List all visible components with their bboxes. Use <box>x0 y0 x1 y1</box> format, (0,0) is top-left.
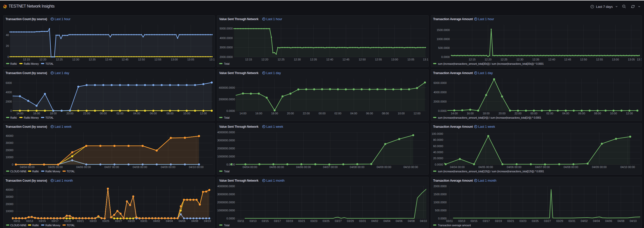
svg-text:03/31: 03/31 <box>359 219 366 222</box>
svg-text:03/13: 03/13 <box>26 219 33 222</box>
svg-text:04/04 00:00: 04/04 00:00 <box>243 166 257 169</box>
svg-text:Total: Total <box>224 116 230 119</box>
svg-text:04/08 00:00: 04/08 00:00 <box>350 166 364 169</box>
svg-text:1500.0000: 1500.0000 <box>433 193 446 196</box>
svg-text:03/11: 03/11 <box>446 219 453 222</box>
svg-text:04/10: 04/10 <box>630 219 637 222</box>
svg-text:02:00: 02:00 <box>546 112 553 115</box>
svg-text:Last 1 week: Last 1 week <box>266 125 283 128</box>
svg-text:04/06: 04/06 <box>396 219 403 222</box>
svg-text:13:00: 13:00 <box>612 58 619 61</box>
svg-text:6000: 6000 <box>6 81 12 84</box>
svg-text:14:00: 14:00 <box>451 112 458 115</box>
svg-text:12:55: 12:55 <box>375 58 382 61</box>
svg-text:Rafiki Money: Rafiki Money <box>24 62 39 65</box>
svg-text:Value Sent Through Network: Value Sent Through Network <box>219 179 259 182</box>
svg-text:Last 1 week: Last 1 week <box>478 125 495 128</box>
svg-text:10000: 10000 <box>6 156 13 159</box>
svg-text:12:00: 12:00 <box>626 112 633 115</box>
svg-text:Transaction Count (by source): Transaction Count (by source) <box>6 71 47 75</box>
svg-text:12:20: 12:20 <box>261 58 268 61</box>
svg-text:10000: 10000 <box>6 210 13 213</box>
svg-text:12:55: 12:55 <box>596 58 603 61</box>
svg-text:13:05: 13:05 <box>187 58 194 61</box>
svg-text:12:25: 12:25 <box>278 58 285 61</box>
svg-text:04/08: 04/08 <box>408 219 415 222</box>
svg-text:Transaction Average Amount: Transaction Average Amount <box>433 71 473 75</box>
svg-text:20:00: 20:00 <box>66 112 73 115</box>
svg-text:22:00: 22:00 <box>303 112 310 115</box>
svg-text:06:00: 06:00 <box>366 112 373 115</box>
svg-text:2000.0000: 2000.0000 <box>220 55 233 58</box>
svg-text:04/07 00:00: 04/07 00:00 <box>535 166 550 169</box>
svg-text:Value Sent Through Network: Value Sent Through Network <box>219 71 259 75</box>
svg-text:Total: Total <box>224 224 230 227</box>
svg-text:00:00: 00:00 <box>319 112 326 115</box>
svg-text:Rafiki Money: Rafiki Money <box>45 170 60 173</box>
svg-text:03/21: 03/21 <box>298 219 305 222</box>
svg-text:0.0000: 0.0000 <box>438 217 446 220</box>
svg-text:Last 1 day: Last 1 day <box>478 71 493 75</box>
svg-text:04/04: 04/04 <box>383 219 391 222</box>
svg-text:40.0000: 40.0000 <box>433 151 443 154</box>
svg-text:4000.0000: 4000.0000 <box>433 91 446 94</box>
svg-text:03/29: 03/29 <box>128 219 135 222</box>
svg-text:12:20: 12:20 <box>39 58 46 61</box>
svg-text:04/07 00:00: 04/07 00:00 <box>323 166 338 169</box>
svg-text:03/25: 03/25 <box>102 219 109 222</box>
svg-text:04/09 00:00: 04/09 00:00 <box>160 166 175 169</box>
svg-text:3000000.0000: 3000000.0000 <box>217 139 235 142</box>
svg-text:04/06: 04/06 <box>178 219 185 222</box>
svg-text:10:00: 10:00 <box>398 112 405 115</box>
svg-text:60.0000: 60.0000 <box>433 145 443 148</box>
svg-text:08:00: 08:00 <box>167 112 174 115</box>
svg-text:03/27: 03/27 <box>335 219 342 222</box>
svg-text:12:30: 12:30 <box>516 58 523 61</box>
svg-text:500.0000: 500.0000 <box>435 209 446 212</box>
svg-text:03/11: 03/11 <box>238 219 244 222</box>
svg-text:20000: 20000 <box>6 203 13 206</box>
svg-text:14:00: 14:00 <box>240 112 247 115</box>
svg-text:0.0000: 0.0000 <box>441 55 450 58</box>
svg-text:08:00: 08:00 <box>382 112 389 115</box>
svg-text:Transaction Average Amount: Transaction Average Amount <box>433 179 473 182</box>
svg-text:sum (increase(transactions_amo: sum (increase(transactions_amount_total[… <box>438 62 544 65</box>
svg-text:14:00: 14:00 <box>16 112 23 115</box>
svg-text:4000: 4000 <box>6 91 12 94</box>
svg-text:04/04: 04/04 <box>166 219 173 222</box>
svg-text:10:00: 10:00 <box>610 112 617 115</box>
svg-text:2000.0000: 2000.0000 <box>433 185 446 188</box>
svg-text:12:50: 12:50 <box>138 58 145 61</box>
svg-text:03/23: 03/23 <box>310 219 317 222</box>
svg-text:5000.0000: 5000.0000 <box>220 27 233 30</box>
svg-text:18:00: 18:00 <box>271 112 278 115</box>
svg-text:400000.0000: 400000.0000 <box>219 86 235 89</box>
svg-text:04:00: 04:00 <box>562 112 569 115</box>
svg-text:13:05: 13:05 <box>407 58 414 61</box>
svg-text:12:40: 12:40 <box>548 58 555 61</box>
svg-text:03/15: 03/15 <box>39 219 46 222</box>
svg-text:12:55: 12:55 <box>154 58 161 61</box>
svg-text:Rafiki: Rafiki <box>32 224 39 227</box>
svg-text:20: 20 <box>6 44 9 47</box>
svg-text:13:15: 13:15 <box>209 58 215 61</box>
svg-text:20:00: 20:00 <box>498 112 505 115</box>
svg-text:04:00: 04:00 <box>133 112 140 115</box>
svg-text:200000.0000: 200000.0000 <box>219 98 235 101</box>
svg-text:40000: 40000 <box>6 134 13 137</box>
svg-text:04/06 00:00: 04/06 00:00 <box>296 166 311 169</box>
svg-text:1000.0000: 1000.0000 <box>437 38 450 41</box>
svg-text:12:40: 12:40 <box>326 58 333 61</box>
svg-text:3000000.0000: 3000000.0000 <box>217 193 235 196</box>
svg-text:13:00: 13:00 <box>171 58 178 61</box>
svg-text:02:00: 02:00 <box>116 112 123 115</box>
svg-text:03/15: 03/15 <box>470 219 477 222</box>
svg-text:Rafiki Money: Rafiki Money <box>24 116 39 119</box>
svg-text:1000.0000: 1000.0000 <box>433 201 446 204</box>
svg-text:08:00: 08:00 <box>594 112 601 115</box>
svg-text:12:50: 12:50 <box>580 58 587 61</box>
svg-text:Last 1 month: Last 1 month <box>55 179 73 182</box>
svg-text:12:20: 12:20 <box>485 58 492 61</box>
svg-text:Transaction Count (by source): Transaction Count (by source) <box>6 125 47 128</box>
svg-text:40000: 40000 <box>6 188 13 191</box>
